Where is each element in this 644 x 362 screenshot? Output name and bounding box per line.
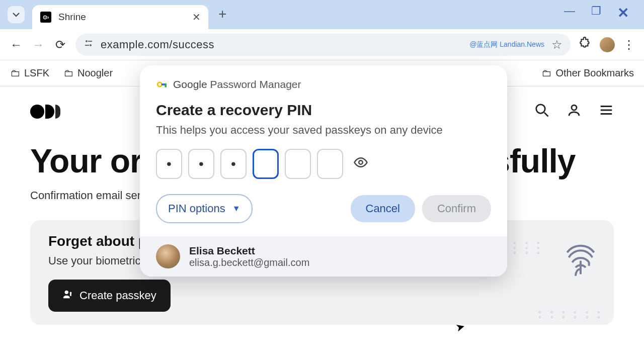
- pin-digit-3[interactable]: •: [220, 149, 247, 179]
- fingerprint-icon: [560, 242, 601, 283]
- search-icon[interactable]: [534, 103, 549, 121]
- close-window-button[interactable]: ✕: [617, 5, 629, 21]
- browser-toolbar: ← → ⟳ example.com/success @蓝点网 Landian.N…: [0, 29, 644, 60]
- create-passkey-button[interactable]: Create passkey: [48, 280, 171, 312]
- tab-close-button[interactable]: ✕: [192, 11, 200, 23]
- maximize-button[interactable]: ❐: [591, 5, 601, 21]
- bookmark-folder-lsfk[interactable]: 🗀 LSFK: [10, 67, 49, 79]
- account-name: Elisa Beckett: [189, 245, 309, 257]
- tab-favicon-icon: ⊙›: [40, 12, 51, 23]
- pin-digit-2[interactable]: •: [188, 149, 214, 179]
- url-text: example.com/success: [101, 38, 462, 51]
- folder-icon: 🗀: [63, 67, 73, 79]
- pin-digit-4[interactable]: [253, 149, 279, 179]
- svg-line-5: [544, 113, 548, 117]
- svg-point-17: [359, 160, 363, 164]
- pin-options-button[interactable]: PIN options ▼: [156, 194, 253, 223]
- svg-rect-3: [85, 45, 89, 46]
- browser-tab[interactable]: ⊙› Shrine ✕: [32, 5, 208, 29]
- folder-icon: 🗀: [10, 67, 20, 79]
- back-button[interactable]: ←: [9, 38, 23, 52]
- modal-description: This helps you access your saved passkey…: [156, 124, 491, 137]
- pin-input-row: • • •: [156, 149, 491, 179]
- extensions-icon[interactable]: [579, 37, 592, 53]
- new-tab-button[interactable]: +: [218, 6, 226, 22]
- profile-avatar[interactable]: [600, 37, 615, 52]
- account-icon[interactable]: [567, 103, 582, 121]
- svg-point-4: [536, 104, 545, 113]
- folder-icon: 🗀: [541, 67, 551, 79]
- pin-digit-1[interactable]: •: [156, 149, 182, 179]
- bookmark-star-icon[interactable]: ☆: [551, 38, 562, 52]
- forward-button[interactable]: →: [31, 38, 45, 52]
- svg-point-6: [572, 105, 577, 110]
- decorative-dots: ∘ ∘ ∘ ∘ ∘ ∘∘ ∘ ∘ ∘ ∘ ∘: [538, 310, 604, 320]
- hamburger-menu-icon[interactable]: [599, 103, 614, 121]
- svg-point-0: [86, 40, 88, 42]
- cancel-button[interactable]: Cancel: [351, 195, 415, 222]
- chevron-down-icon: ▼: [232, 204, 240, 213]
- toggle-visibility-icon[interactable]: [353, 155, 368, 173]
- other-bookmarks[interactable]: 🗀 Other Bookmarks: [541, 67, 634, 79]
- site-settings-icon[interactable]: [84, 38, 94, 51]
- decorative-dots: ∘ ∘ ∘ ∘∘ ∘ ∘ ∘∘ ∘ ∘ ∘: [501, 240, 543, 255]
- tab-title: Shrine: [58, 12, 185, 23]
- password-manager-modal: Google Password Manager Create a recover…: [140, 65, 507, 277]
- pin-digit-6[interactable]: [317, 149, 343, 179]
- svg-rect-1: [88, 41, 92, 42]
- address-bar[interactable]: example.com/success @蓝点网 Landian.News ☆: [75, 34, 571, 56]
- modal-title: Create a recovery PIN: [156, 102, 491, 119]
- create-passkey-label: Create passkey: [79, 289, 156, 302]
- svg-point-10: [65, 291, 68, 294]
- browser-tabstrip: ⊙› Shrine ✕ + — ❐ ✕: [0, 0, 644, 29]
- account-email: elisa.g.beckett@gmail.com: [189, 257, 309, 268]
- browser-menu-button[interactable]: ⋮: [623, 38, 635, 52]
- modal-actions: PIN options ▼ Cancel Confirm: [156, 194, 491, 223]
- svg-point-2: [90, 44, 92, 46]
- google-password-manager-icon: [156, 79, 167, 90]
- watermark-text: @蓝点网 Landian.News: [469, 40, 544, 49]
- modal-brand: Google Password Manager: [156, 78, 491, 90]
- account-footer[interactable]: Elisa Beckett elisa.g.beckett@gmail.com: [140, 236, 507, 277]
- pin-digit-5[interactable]: [285, 149, 311, 179]
- bookmark-folder-noogler[interactable]: 🗀 Noogler: [63, 67, 113, 79]
- svg-point-14: [158, 83, 162, 86]
- confirm-button[interactable]: Confirm: [422, 195, 491, 222]
- tab-search-button[interactable]: [8, 6, 25, 23]
- window-controls: — ❐ ✕: [564, 5, 629, 21]
- reload-button[interactable]: ⟳: [53, 38, 67, 52]
- svg-rect-12: [70, 293, 71, 296]
- svg-rect-16: [165, 83, 167, 87]
- account-avatar: [156, 244, 180, 268]
- minimize-button[interactable]: —: [564, 5, 575, 21]
- site-logo[interactable]: [30, 105, 60, 119]
- passkey-icon: [62, 289, 73, 303]
